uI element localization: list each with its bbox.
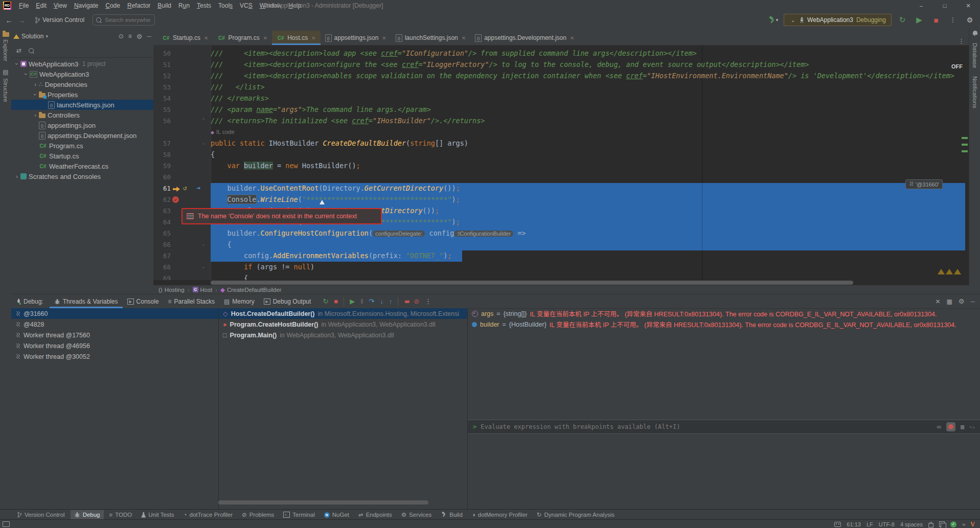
code-line-56[interactable]: 56⌃/// <returns>The initialized <see cre… <box>153 116 969 127</box>
error-stripe-mark[interactable] <box>962 150 968 152</box>
close-button[interactable]: ✕ <box>956 0 980 11</box>
code-editor[interactable]: 50/// <item><description>load app <see c… <box>153 45 969 280</box>
breakpoints-available-icon[interactable] <box>946 422 955 431</box>
line-number[interactable]: 51 <box>153 61 171 68</box>
menu-vcs[interactable]: VCS <box>236 1 256 10</box>
step-into-icon[interactable]: ↓ <box>380 297 383 305</box>
line-number[interactable]: 62 <box>153 196 171 203</box>
debug-tab-console[interactable]: ▶Console <box>123 295 164 308</box>
highlighting-off-badge[interactable]: OFF <box>951 63 963 70</box>
bottom-tab-version-control[interactable]: Version Control <box>13 510 69 519</box>
code-line-59[interactable]: 59 var builder = new HostBuilder(); <box>153 160 969 172</box>
wave-icon[interactable]: ≈ <box>962 521 965 527</box>
bottom-tab-unit-tests[interactable]: Unit Tests <box>138 510 177 519</box>
chevron-down-icon[interactable]: › <box>14 60 20 67</box>
tree-item-weatherforecast-cs[interactable]: C#WeatherForecast.cs <box>11 161 153 171</box>
tree-item-webapplication3[interactable]: ›C#WebApplication3 <box>11 69 153 79</box>
resume-icon[interactable]: ▶ <box>913 14 925 26</box>
thread-row-4828[interactable]: @4828 <box>11 319 218 330</box>
chevron-down-icon[interactable]: › <box>32 91 38 98</box>
code-line-53[interactable]: 53/// </list> <box>153 82 969 93</box>
chevron-right-icon[interactable]: › <box>32 112 39 118</box>
layout-icon[interactable]: ▦ <box>946 298 952 305</box>
menu-build[interactable]: Build <box>154 1 175 10</box>
bottom-tab-dottrace-profiler[interactable]: ◔dotTrace Profiler <box>180 510 237 519</box>
tree-item-controllers[interactable]: ›Controllers <box>11 110 153 120</box>
tree-item-dependencies[interactable]: ›∴Dependencies <box>11 79 153 89</box>
breadcrumb-hosting[interactable]: ()Hosting <box>158 287 185 293</box>
close-tab-icon[interactable]: ✕ <box>311 35 315 41</box>
step-out-icon[interactable]: ↑ <box>389 297 393 305</box>
encoding[interactable]: UTF-8 <box>879 521 895 527</box>
menu-run[interactable]: Run <box>175 1 193 10</box>
stop-icon[interactable]: ■ <box>334 297 338 305</box>
debug-tab-memory[interactable]: ▤Memory <box>219 295 259 308</box>
rerun-icon[interactable]: ↻ <box>323 297 328 305</box>
code-line-69[interactable]: 69 { <box>153 273 969 280</box>
close-icon[interactable]: ✕ <box>935 298 940 305</box>
tab-appsettings-development-json[interactable]: {}appsettings.Development.json✕ <box>470 31 579 45</box>
lock-icon[interactable] <box>928 523 933 527</box>
menu-code[interactable]: Code <box>102 1 124 10</box>
code-line-58[interactable]: 58{ <box>153 149 969 160</box>
dotultimate-icon[interactable]: V <box>971 521 975 528</box>
caret-position[interactable]: 61:13 <box>847 521 861 527</box>
debug-tab-threads-variables[interactable]: Threads & Variables <box>50 295 123 308</box>
robot-icon[interactable] <box>834 522 841 527</box>
hide-icon[interactable]: ─ <box>970 298 975 305</box>
menu-refactor[interactable]: Refactor <box>124 1 154 10</box>
debug-tab-parallel-stacks[interactable]: ≡Parallel Stacks <box>164 295 219 308</box>
tree-item-scratches-and-consoles[interactable]: ›Scratches and Consoles <box>11 171 153 181</box>
solution-view-selector[interactable]: Solution <box>21 33 43 40</box>
variable-row-builder[interactable]: builder={HostBuilder}IL 变量在当前本机 IP 上不可用。… <box>468 319 980 330</box>
line-number[interactable]: 69 <box>153 274 171 280</box>
line-number[interactable]: 57 <box>153 140 171 147</box>
close-tab-icon[interactable]: ✕ <box>570 35 574 41</box>
code-line-60[interactable]: 60 <box>153 172 969 183</box>
tool-stripe-database[interactable]: Database <box>972 43 978 68</box>
menu-navigate[interactable]: Navigate <box>71 1 102 10</box>
pause-icon[interactable]: ‖ <box>360 297 363 305</box>
line-number[interactable]: 55 <box>153 106 171 113</box>
line-number[interactable]: 60 <box>153 173 171 181</box>
menu-view[interactable]: View <box>50 1 71 10</box>
frame-row-host-createdefaultbuilder[interactable]: ◇Host.CreateDefaultBuilder() in Microsof… <box>219 308 468 319</box>
bottom-tab-services[interactable]: ⚙Services <box>398 510 435 519</box>
inspections-ok-icon[interactable]: ✓ <box>950 521 956 527</box>
bottom-tab-todo[interactable]: ≡TODO <box>106 510 136 519</box>
fold-marker-icon[interactable]: ⌄ <box>202 140 205 145</box>
code-line-65[interactable]: 65 builder.ConfigureHostConfiguration(co… <box>153 228 969 239</box>
tree-item-appsettings-json[interactable]: {}appsettings.json <box>11 120 153 130</box>
line-number[interactable]: 59 <box>153 162 171 170</box>
menu-edit[interactable]: Edit <box>32 1 50 10</box>
evaluate-expression-bar[interactable]: > Evaluate expression with breakpoints a… <box>468 420 980 434</box>
bottom-tab-dotmemory-profiler[interactable]: ◑dotMemory Profiler <box>468 510 531 519</box>
chevron-right-icon[interactable]: › <box>13 173 20 179</box>
breadcrumb-createdefaultbuilder[interactable]: ◆CreateDefaultBuilder <box>220 286 282 293</box>
step-over-icon[interactable]: ↷ <box>369 297 375 305</box>
screen-icon[interactable] <box>3 521 10 527</box>
tree-item-startup-cs[interactable]: C#Startup.cs <box>11 151 153 161</box>
collapse-all-icon[interactable]: ⚙ <box>136 33 143 40</box>
tab-appsettings-json[interactable]: {}appsettings.json✕ <box>321 31 391 45</box>
bottom-tab-build[interactable]: Build <box>437 510 466 519</box>
view-breakpoints-icon[interactable]: ●● <box>404 297 408 305</box>
back-icon[interactable]: ← <box>3 14 15 26</box>
error-stripe-mark[interactable] <box>962 137 968 139</box>
stop-icon[interactable]: ■ <box>930 14 942 26</box>
code-line-52[interactable]: 52/// <item><description>enables scope v… <box>153 71 969 82</box>
code-line-61[interactable]: 61↺⇥ builder.UseContentRoot(Directory.Ge… <box>153 183 969 194</box>
menu-tests[interactable]: Tests <box>193 1 215 10</box>
tab-host-cs[interactable]: C#Host.cs✕ <box>272 31 320 45</box>
tab-launchsettings-json[interactable]: {}launchSettings.json✕ <box>391 31 470 45</box>
line-number[interactable]: 56 <box>153 117 171 125</box>
menu-tools[interactable]: Tools <box>215 1 236 10</box>
tool-stripe-structure[interactable]: ▤Structure <box>3 68 9 102</box>
expand-all-icon[interactable]: ≡ <box>128 33 132 40</box>
search-input[interactable] <box>104 16 152 24</box>
fold-marker-icon[interactable]: ⌄ <box>202 241 205 246</box>
code-line-57[interactable]: 57⌄public static IHostBuilder CreateDefa… <box>153 138 969 149</box>
thread-row-worker-thread-46956[interactable]: Worker thread @46956 <box>11 340 218 351</box>
fold-marker-icon[interactable]: ⌃ <box>202 117 205 123</box>
debug-tab-debug-output[interactable]: ▶Debug Output <box>259 295 316 308</box>
